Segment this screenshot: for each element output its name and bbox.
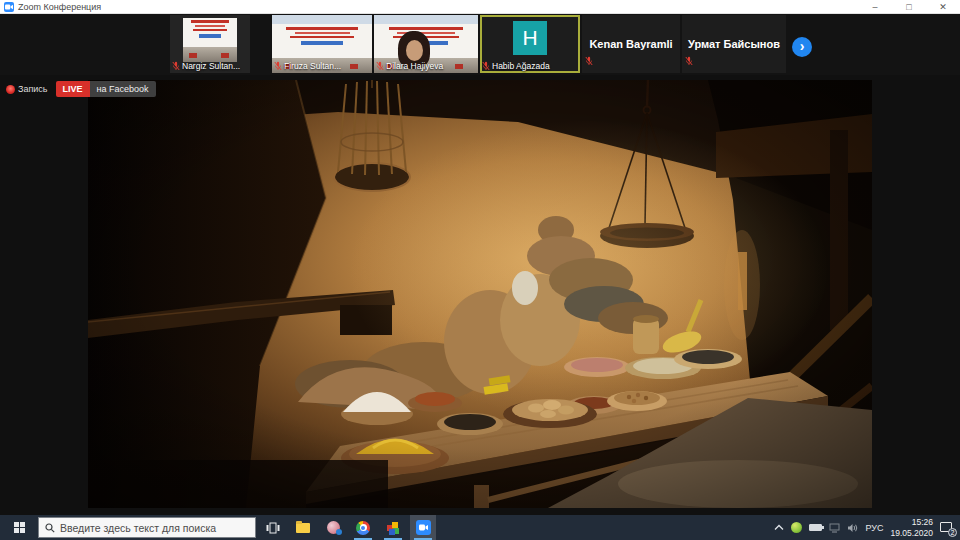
- muted-mic-icon: [172, 61, 180, 71]
- zoom-app-icon: [416, 520, 431, 535]
- task-view-icon: [266, 522, 280, 534]
- record-dot-icon: [6, 85, 15, 94]
- participant-name: Dilara Hajiyeva: [386, 61, 443, 71]
- close-button[interactable]: ✕: [926, 0, 960, 14]
- network-icon[interactable]: [829, 523, 840, 533]
- participant-tile-habib[interactable]: H Habib Ağazada: [480, 15, 580, 73]
- blocks-app-icon: [387, 522, 399, 534]
- tray-expand-chevron-icon[interactable]: [774, 524, 784, 531]
- file-explorer-button[interactable]: [290, 515, 316, 540]
- antivirus-tray-icon[interactable]: [791, 522, 802, 533]
- taskbar-search[interactable]: [38, 517, 256, 538]
- task-view-button[interactable]: [260, 515, 286, 540]
- language-indicator[interactable]: РУС: [865, 523, 883, 533]
- participant-name: Kenan Bayramli: [582, 15, 680, 73]
- participant-tile-dilara[interactable]: Dilara Hajiyeva: [374, 15, 478, 73]
- notification-count-badge: 2: [948, 528, 957, 537]
- participant-filmstrip: Nargiz Sultan... Firuza Sultan...: [0, 14, 960, 75]
- shared-slide-thumbnail: [183, 18, 237, 62]
- letter-avatar: H: [513, 21, 547, 55]
- clock-date: 19.05.2020: [890, 528, 933, 538]
- live-badge: LIVE: [56, 81, 90, 97]
- start-button[interactable]: [0, 515, 38, 540]
- speaker-icon[interactable]: [847, 523, 858, 533]
- participant-tile-nargiz[interactable]: Nargiz Sultan...: [170, 15, 250, 73]
- muted-mic-icon: [585, 56, 593, 66]
- gear-sphere-app-icon: [327, 521, 340, 534]
- search-icon: [45, 523, 55, 533]
- file-explorer-icon: [296, 523, 310, 533]
- participant-name: Nargiz Sultan...: [182, 61, 240, 71]
- window-title: Zoom Конференция: [18, 2, 101, 12]
- meeting-content-area: Запись LIVE на Facebook: [0, 75, 960, 515]
- action-center-button[interactable]: 2: [940, 522, 954, 534]
- muted-mic-icon: [274, 61, 282, 71]
- participant-name: Урмат Байсынов: [682, 15, 786, 73]
- app-button-blocks[interactable]: [380, 515, 406, 540]
- title-bar: Zoom Конференция – □ ✕: [0, 0, 960, 14]
- minimize-button[interactable]: –: [858, 0, 892, 14]
- muted-mic-icon: [685, 56, 693, 66]
- zoom-window-icon: [4, 2, 14, 12]
- system-tray: РУС 15:26 19.05.2020 2: [774, 517, 960, 537]
- participant-tile-urmat[interactable]: Урмат Байсынов: [682, 15, 786, 73]
- recording-indicator: Запись: [6, 84, 48, 94]
- live-destination-label: на Facebook: [90, 81, 156, 97]
- zoom-window: Zoom Конференция – □ ✕ Nargiz Sultan...: [0, 0, 960, 540]
- maximize-button[interactable]: □: [892, 0, 926, 14]
- muted-mic-icon: [482, 61, 490, 71]
- participant-tile-kenan[interactable]: Kenan Bayramli: [582, 15, 680, 73]
- zoom-app-button[interactable]: [410, 515, 436, 540]
- muted-mic-icon: [376, 61, 384, 71]
- recording-label: Запись: [18, 84, 48, 94]
- clock-time: 15:26: [890, 517, 933, 527]
- windows-logo-icon: [14, 522, 25, 533]
- search-input[interactable]: [60, 522, 240, 534]
- shared-screen-photo: [88, 80, 872, 508]
- taskbar-clock[interactable]: 15:26 19.05.2020: [890, 517, 933, 537]
- next-participants-button[interactable]: ›: [792, 37, 812, 57]
- chrome-icon: [356, 521, 370, 535]
- shared-screen-video: [88, 80, 872, 508]
- participant-tile-firuza[interactable]: Firuza Sultan...: [272, 15, 372, 73]
- app-button-gear-sphere[interactable]: [320, 515, 346, 540]
- windows-taskbar: РУС 15:26 19.05.2020 2: [0, 515, 960, 540]
- battery-icon[interactable]: [809, 524, 822, 531]
- participant-name: Firuza Sultan...: [284, 61, 341, 71]
- chrome-button[interactable]: [350, 515, 376, 540]
- participant-name: Habib Ağazada: [492, 61, 550, 71]
